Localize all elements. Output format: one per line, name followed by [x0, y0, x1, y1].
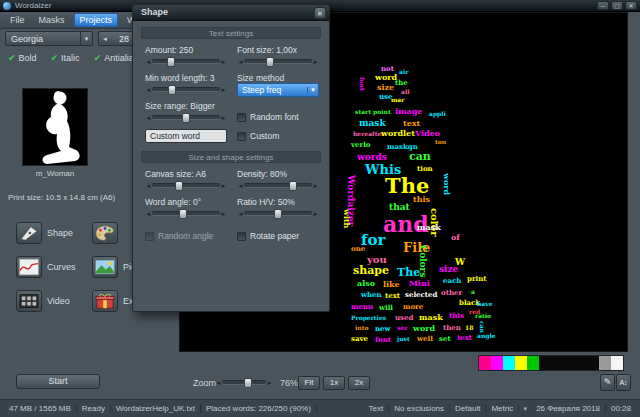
- color-swatch[interactable]: [479, 356, 491, 370]
- slider-thumb[interactable]: [167, 57, 175, 67]
- ratio-slider[interactable]: ◄ ►: [237, 208, 319, 219]
- size-method-select[interactable]: Steep freq ▼: [237, 83, 319, 97]
- calendar-dropdown-icon[interactable]: ▼: [519, 406, 531, 412]
- app-window: Wordaizer ─ ▢ ✕ File Masks Projects Wind…: [0, 0, 640, 417]
- zoom-1x-button[interactable]: 1x: [323, 376, 345, 390]
- font-family-select[interactable]: Georgia ▼: [5, 31, 93, 46]
- slider-left-icon[interactable]: ◄: [145, 183, 152, 189]
- video-button[interactable]: Video: [16, 290, 70, 312]
- bold-checkbox[interactable]: ✔ Bold: [8, 53, 37, 63]
- amount-slider[interactable]: ◄ ►: [145, 56, 227, 67]
- color-swatch[interactable]: [539, 356, 551, 370]
- italic-checkbox[interactable]: ✔ Italic: [51, 53, 80, 63]
- slider-track[interactable]: [152, 211, 220, 216]
- slider-right-icon[interactable]: ►: [312, 59, 319, 65]
- slider-left-icon[interactable]: ◄: [145, 59, 152, 65]
- slider-track[interactable]: [244, 211, 312, 216]
- font-size-slider[interactable]: ◄ ►: [237, 56, 319, 67]
- slider-thumb[interactable]: [168, 85, 176, 95]
- cloud-word: maskgn: [387, 143, 418, 150]
- cloud-word: mask: [359, 119, 386, 128]
- color-swatch[interactable]: [527, 356, 539, 370]
- mask-thumbnail[interactable]: [22, 88, 88, 166]
- min-word-length-slider[interactable]: ◄ ►: [145, 84, 227, 95]
- cloud-word: the: [395, 79, 408, 86]
- menu-masks[interactable]: Masks: [34, 14, 70, 26]
- color-swatch[interactable]: [587, 356, 599, 370]
- maximize-button[interactable]: ▢: [611, 1, 623, 10]
- slider-left-icon[interactable]: ◄: [145, 211, 152, 217]
- cloud-word: new: [375, 325, 391, 332]
- minimize-button[interactable]: ─: [597, 1, 609, 10]
- slider-left-icon[interactable]: ◄: [215, 380, 222, 386]
- slider-right-icon[interactable]: ►: [220, 87, 227, 93]
- source-file-label[interactable]: WordaizerHelp_UK.txt: [111, 404, 201, 413]
- custom-checkbox[interactable]: Custom: [237, 131, 279, 141]
- cloud-word: with: [343, 209, 351, 228]
- canvas-size-slider[interactable]: ◄ ►: [145, 180, 227, 191]
- decrease-icon[interactable]: ◄: [99, 32, 111, 45]
- custom-word-input[interactable]: Custom word: [145, 129, 227, 143]
- color-swatch[interactable]: [551, 356, 563, 370]
- ratio-label: Ratio H/V: 50%: [237, 197, 295, 207]
- dialog-close-button[interactable]: ✕: [314, 7, 326, 19]
- slider-right-icon[interactable]: ►: [220, 183, 227, 189]
- start-button[interactable]: Start: [16, 374, 100, 389]
- close-button[interactable]: ✕: [625, 1, 637, 10]
- slider-left-icon[interactable]: ◄: [237, 211, 244, 217]
- slider-right-icon[interactable]: ►: [220, 115, 227, 121]
- zoom-slider-track[interactable]: [222, 380, 266, 385]
- cloud-word: each: [443, 277, 461, 284]
- cloud-word: can: [409, 151, 431, 162]
- color-swatch[interactable]: [575, 356, 587, 370]
- slider-thumb[interactable]: [289, 181, 297, 191]
- fit-button[interactable]: Fit: [298, 376, 320, 390]
- slider-track[interactable]: [244, 59, 312, 64]
- slider-right-icon[interactable]: ►: [266, 380, 273, 386]
- color-swatch[interactable]: [563, 356, 575, 370]
- color-button[interactable]: [92, 222, 118, 244]
- slider-track[interactable]: [244, 183, 312, 188]
- dialog-title-bar[interactable]: Shape ✕: [133, 5, 329, 21]
- edit-pen-button[interactable]: ✎: [600, 374, 615, 391]
- slider-thumb[interactable]: [266, 57, 274, 67]
- slider-thumb[interactable]: [274, 209, 282, 219]
- color-swatch[interactable]: [611, 356, 623, 370]
- cloud-word: print: [467, 275, 487, 282]
- slider-left-icon[interactable]: ◄: [237, 59, 244, 65]
- slider-track[interactable]: [152, 87, 220, 92]
- slider-right-icon[interactable]: ►: [312, 183, 319, 189]
- menu-file[interactable]: File: [5, 14, 30, 26]
- rotate-paper-checkbox[interactable]: Rotate paper: [237, 231, 299, 241]
- slider-thumb[interactable]: [179, 209, 187, 219]
- curves-button[interactable]: Curves: [16, 256, 76, 278]
- word-angle-slider[interactable]: ◄ ►: [145, 208, 227, 219]
- color-swatch[interactable]: [599, 356, 611, 370]
- slider-right-icon[interactable]: ►: [220, 211, 227, 217]
- slider-thumb[interactable]: [182, 113, 190, 123]
- color-swatch[interactable]: [515, 356, 527, 370]
- zoom-slider-thumb[interactable]: [244, 378, 252, 388]
- slider-left-icon[interactable]: ◄: [145, 115, 152, 121]
- menu-projects[interactable]: Projects: [74, 13, 119, 27]
- density-slider[interactable]: ◄ ►: [237, 180, 319, 191]
- slider-track[interactable]: [152, 59, 220, 64]
- random-font-checkbox[interactable]: Random font: [237, 112, 299, 122]
- size-range-slider[interactable]: ◄ ►: [145, 112, 227, 123]
- slider-track[interactable]: [152, 115, 220, 120]
- italic-label: Italic: [61, 53, 80, 63]
- slider-right-icon[interactable]: ►: [220, 59, 227, 65]
- slider-thumb[interactable]: [175, 181, 183, 191]
- text-size-tool-button[interactable]: A↕: [616, 374, 631, 391]
- slider-left-icon[interactable]: ◄: [145, 87, 152, 93]
- date-label: 26 Февраля 2018: [531, 404, 606, 413]
- color-swatch[interactable]: [503, 356, 515, 370]
- slider-left-icon[interactable]: ◄: [237, 183, 244, 189]
- slider-right-icon[interactable]: ►: [312, 211, 319, 217]
- shape-button[interactable]: Shape: [16, 222, 73, 244]
- zoom-slider[interactable]: ◄ ►: [215, 377, 273, 388]
- color-swatch[interactable]: [491, 356, 503, 370]
- zoom-2x-button[interactable]: 2x: [348, 376, 370, 390]
- ready-status: Ready: [77, 404, 111, 413]
- slider-track[interactable]: [152, 183, 220, 188]
